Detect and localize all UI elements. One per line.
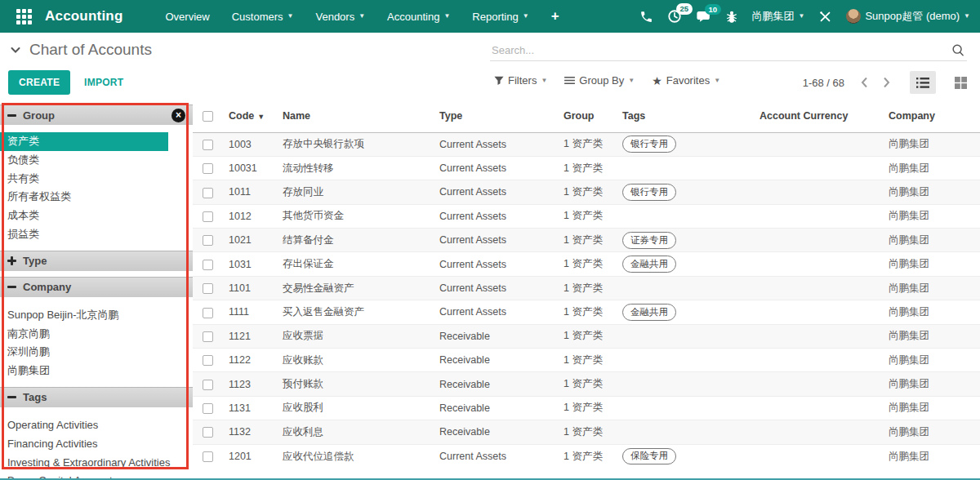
favorites-dropdown[interactable]: ★ Favorites ▼ xyxy=(652,74,720,87)
row-checkbox[interactable] xyxy=(203,163,213,174)
filter-option[interactable]: Financing Activities xyxy=(0,435,193,454)
column-header-company[interactable]: Company xyxy=(885,100,980,132)
table-row[interactable]: 1012其他货币资金Current Assets1 资产类尚鹏集团 xyxy=(193,204,980,228)
sidebar-section-company: Company Sunpop Beijin-北京尚鹏南京尚鹏深圳尚鹏尚鹏集团 xyxy=(0,277,193,387)
group-by-dropdown[interactable]: Group By ▼ xyxy=(564,74,635,87)
table-row[interactable]: 1021结算备付金Current Assets1 资产类证券专用尚鹏集团 xyxy=(193,229,980,252)
cell-company: 尚鹏集团 xyxy=(885,396,980,420)
cell-tags: 金融共用 xyxy=(619,252,756,276)
filters-dropdown[interactable]: Filters ▼ xyxy=(494,74,547,87)
select-all-checkbox[interactable] xyxy=(203,111,213,122)
section-header-company[interactable]: Company xyxy=(0,277,193,297)
column-header-name[interactable]: Name xyxy=(279,100,436,132)
cell-code: 1121 xyxy=(225,324,279,348)
group-filter-list: 资产类负债类共有类所有者权益类成本类损益类 xyxy=(0,125,193,251)
cell-name: 流动性转移 xyxy=(279,156,436,180)
section-header-type[interactable]: Type xyxy=(0,251,193,271)
menu-overview[interactable]: Overview xyxy=(166,11,210,23)
column-header-type[interactable]: Type xyxy=(436,100,560,132)
row-checkbox[interactable] xyxy=(203,211,213,222)
row-checkbox[interactable] xyxy=(203,140,213,150)
search-icon[interactable] xyxy=(951,43,965,58)
row-checkbox[interactable] xyxy=(203,308,213,318)
app-title[interactable]: Accounting xyxy=(45,8,123,24)
row-select-cell xyxy=(193,324,225,348)
cell-code: 1012 xyxy=(225,204,279,228)
close-icon[interactable]: × xyxy=(172,109,185,122)
row-select-cell xyxy=(193,204,225,228)
breadcrumb-collapse-icon[interactable] xyxy=(11,47,20,54)
table-row[interactable]: 1132应收利息Receivable1 资产类尚鹏集团 xyxy=(193,420,980,444)
filter-option[interactable]: Sunpop Beijin-北京尚鹏 xyxy=(0,306,193,325)
table-row[interactable]: 1131应收股利Receivable1 资产类尚鹏集团 xyxy=(193,396,980,420)
list-view-button[interactable] xyxy=(910,71,936,94)
row-select-cell xyxy=(193,156,225,180)
cell-group: 1 资产类 xyxy=(560,180,619,204)
company-switcher[interactable]: 尚鹏集团 ▼ xyxy=(752,9,805,24)
cell-group: 1 资产类 xyxy=(560,229,619,252)
cell-type: Receivable xyxy=(436,349,560,372)
debug-bug-icon[interactable] xyxy=(725,10,738,24)
filter-option[interactable]: 所有者权益类 xyxy=(0,188,193,207)
column-header-account-currency[interactable]: Account Currency xyxy=(756,100,885,132)
filter-option[interactable]: 深圳尚鹏 xyxy=(0,343,193,362)
table-row[interactable]: 1031存出保证金Current Assets1 资产类金融共用尚鹏集团 xyxy=(193,252,980,276)
tools-icon[interactable] xyxy=(818,10,832,24)
cell-name: 买入返售金融资产 xyxy=(279,300,436,324)
section-header-group[interactable]: Group × xyxy=(0,104,193,125)
row-checkbox[interactable] xyxy=(203,403,213,414)
kanban-view-button[interactable] xyxy=(947,71,973,94)
filter-option[interactable]: 损益类 xyxy=(0,225,193,244)
filter-option[interactable]: 成本类 xyxy=(0,207,193,225)
table-row[interactable]: 1111买入返售金融资产Current Assets1 资产类金融共用尚鹏集团 xyxy=(193,300,980,324)
user-menu[interactable]: Sunpop超管 (demo) ▼ xyxy=(846,9,970,24)
activities-clock-icon[interactable]: 25 xyxy=(667,9,682,24)
filter-option[interactable]: 共有类 xyxy=(0,170,193,189)
table-row[interactable]: 1122应收账款Receivable1 资产类尚鹏集团 xyxy=(193,349,980,372)
row-checkbox[interactable] xyxy=(203,451,213,462)
menu-accounting[interactable]: Accounting ▼ xyxy=(387,11,450,23)
section-header-tags[interactable]: Tags xyxy=(0,387,193,407)
row-checkbox[interactable] xyxy=(203,331,213,342)
cell-company: 尚鹏集团 xyxy=(885,180,980,204)
voip-phone-icon[interactable] xyxy=(639,10,653,24)
row-checkbox[interactable] xyxy=(203,260,213,270)
filter-option[interactable]: Investing & Extraordinary Activities xyxy=(0,454,193,473)
row-checkbox[interactable] xyxy=(203,188,213,198)
column-header-tags[interactable]: Tags xyxy=(619,100,756,132)
pager-next-button[interactable] xyxy=(881,75,892,90)
menu-customers[interactable]: Customers ▼ xyxy=(232,11,294,23)
cell-account-currency xyxy=(756,276,885,300)
quick-create-plus-button[interactable]: + xyxy=(551,8,559,24)
tag-pill: 金融共用 xyxy=(622,304,676,321)
row-checkbox[interactable] xyxy=(203,235,213,246)
filter-option[interactable]: 南京尚鹏 xyxy=(0,325,193,344)
apps-grid-icon[interactable] xyxy=(16,9,32,24)
table-row[interactable]: 10031流动性转移Current Assets1 资产类尚鹏集团 xyxy=(193,156,980,180)
table-row[interactable]: 1123预付账款Receivable1 资产类尚鹏集团 xyxy=(193,372,980,396)
filter-option[interactable]: 尚鹏集团 xyxy=(0,362,193,380)
table-row[interactable]: 1201应收代位追偿款Current Assets1 资产类保险专用尚鹏集团 xyxy=(193,444,980,468)
row-checkbox[interactable] xyxy=(203,427,213,438)
import-button[interactable]: IMPORT xyxy=(79,76,128,89)
filter-option[interactable]: Operating Activities xyxy=(0,416,193,435)
table-row[interactable]: 1003存放中央银行款项Current Assets1 资产类银行专用尚鹏集团 xyxy=(193,132,980,156)
create-button[interactable]: CREATE xyxy=(8,70,70,95)
menu-vendors[interactable]: Vendors ▼ xyxy=(315,11,365,23)
pager-previous-button[interactable] xyxy=(859,75,870,90)
row-checkbox[interactable] xyxy=(203,283,213,294)
table-row[interactable]: 1121应收票据Receivable1 资产类尚鹏集团 xyxy=(193,324,980,348)
cell-code: 1131 xyxy=(225,396,279,420)
section-title: Group xyxy=(23,109,55,122)
menu-reporting[interactable]: Reporting ▼ xyxy=(472,11,528,23)
search-input[interactable] xyxy=(490,43,951,57)
column-header-group[interactable]: Group xyxy=(560,100,619,132)
row-checkbox[interactable] xyxy=(203,355,213,366)
column-header-code[interactable]: Code▼ xyxy=(225,100,279,132)
table-row[interactable]: 1101交易性金融资产Current Assets1 资产类尚鹏集团 xyxy=(193,276,980,300)
filter-option[interactable]: 负债类 xyxy=(0,151,193,170)
filter-option[interactable]: 资产类 xyxy=(0,132,168,151)
table-row[interactable]: 1011存放同业Current Assets1 资产类银行专用尚鹏集团 xyxy=(193,180,980,204)
messages-chat-icon[interactable]: 10 xyxy=(696,10,711,24)
row-checkbox[interactable] xyxy=(203,380,213,390)
